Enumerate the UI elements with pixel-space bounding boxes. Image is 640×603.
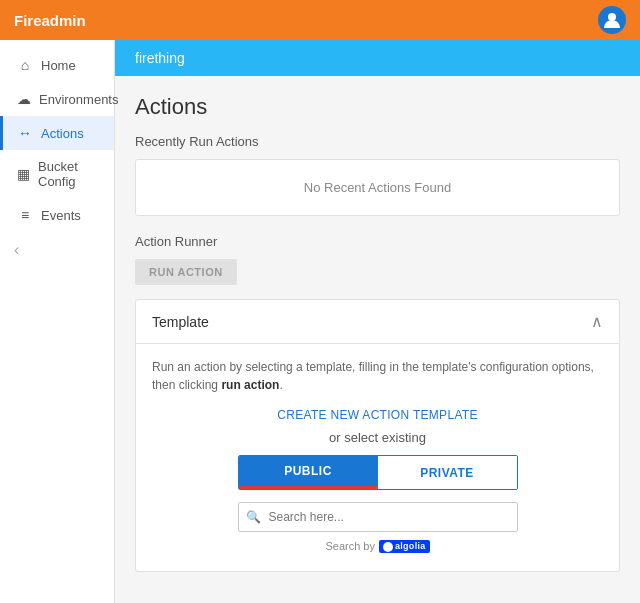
sidebar-item-events[interactable]: ≡ Events (0, 198, 114, 232)
template-description: Run an action by selecting a template, f… (152, 358, 603, 394)
sidebar-item-actions[interactable]: ↔ Actions (0, 116, 114, 150)
app-title: Fireadmin (14, 12, 86, 29)
content-area: Actions Recently Run Actions No Recent A… (115, 76, 640, 603)
environments-icon: ☁ (17, 91, 31, 107)
collapse-icon: ‹ (14, 241, 19, 258)
sidebar-item-home-label: Home (41, 58, 76, 73)
run-action-button[interactable]: RUN ACTION (135, 259, 237, 285)
sidebar-item-home[interactable]: ⌂ Home (0, 48, 114, 82)
home-icon: ⌂ (17, 57, 33, 73)
sidebar-item-actions-label: Actions (41, 126, 84, 141)
bucket-config-icon: ▦ (17, 166, 30, 182)
events-icon: ≡ (17, 207, 33, 223)
template-collapse-icon[interactable]: ∧ (591, 312, 603, 331)
template-tab-group: PUBLIC PRIVATE (238, 455, 518, 490)
sidebar-item-environments[interactable]: ☁ Environments (0, 82, 114, 116)
tab-private[interactable]: PRIVATE (378, 456, 517, 489)
topbar: Fireadmin (0, 0, 640, 40)
sidebar-item-events-label: Events (41, 208, 81, 223)
recently-run-title: Recently Run Actions (135, 134, 620, 149)
search-container: 🔍 (238, 502, 518, 532)
template-body: Run an action by selecting a template, f… (136, 344, 619, 571)
sidebar-item-bucket-config[interactable]: ▦ Bucket Config (0, 150, 114, 198)
search-by-label: Search by (325, 540, 375, 552)
no-recent-text: No Recent Actions Found (304, 180, 451, 195)
algolia-row: Search by algolia (152, 540, 603, 553)
subheader-title: firething (135, 50, 185, 66)
template-desc-suffix: . (279, 378, 282, 392)
actions-icon: ↔ (17, 125, 33, 141)
template-desc-keyword: run action (221, 378, 279, 392)
svg-point-0 (608, 13, 616, 21)
sidebar-item-environments-label: Environments (39, 92, 118, 107)
action-runner-title: Action Runner (135, 234, 620, 249)
no-recent-box: No Recent Actions Found (135, 159, 620, 216)
main-content: firething Actions Recently Run Actions N… (115, 40, 640, 603)
template-desc-prefix: Run an action by selecting a template, f… (152, 360, 594, 392)
create-template-link[interactable]: CREATE NEW ACTION TEMPLATE (152, 408, 603, 422)
template-title: Template (152, 314, 209, 330)
sidebar: ⌂ Home ☁ Environments ↔ Actions ▦ Bucket… (0, 40, 115, 603)
or-select-text: or select existing (152, 430, 603, 445)
avatar[interactable] (598, 6, 626, 34)
template-header: Template ∧ (136, 300, 619, 344)
template-card: Template ∧ Run an action by selecting a … (135, 299, 620, 572)
main-layout: ⌂ Home ☁ Environments ↔ Actions ▦ Bucket… (0, 40, 640, 603)
search-input[interactable] (238, 502, 518, 532)
sidebar-item-bucket-config-label: Bucket Config (38, 159, 100, 189)
subheader: firething (115, 40, 640, 76)
search-icon: 🔍 (246, 510, 261, 524)
tab-public[interactable]: PUBLIC (239, 456, 378, 489)
page-title: Actions (135, 94, 620, 120)
algolia-badge: algolia (379, 540, 430, 553)
algolia-icon (383, 542, 393, 552)
sidebar-collapse-btn[interactable]: ‹ (0, 232, 114, 268)
